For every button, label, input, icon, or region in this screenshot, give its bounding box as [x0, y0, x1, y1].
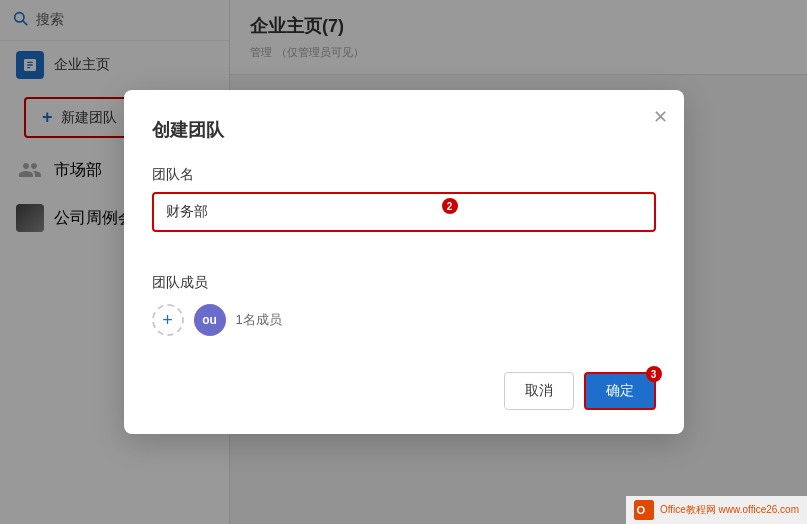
step-badge-3: 3: [646, 366, 662, 382]
add-member-button[interactable]: +: [152, 304, 184, 336]
dialog-close-button[interactable]: ✕: [653, 106, 668, 128]
dialog-title: 创建团队: [152, 118, 656, 142]
office-logo: O: [634, 500, 654, 520]
watermark-text: Office教程网 www.office26.com: [660, 503, 799, 517]
dialog-footer: 取消 确定 3: [152, 372, 656, 410]
confirm-button[interactable]: 确定 3: [584, 372, 656, 410]
step-badge-2: 2: [442, 198, 458, 214]
watermark: O Office教程网 www.office26.com: [626, 496, 807, 524]
team-name-input-wrapper: [152, 192, 656, 232]
cancel-button[interactable]: 取消: [504, 372, 574, 410]
create-team-dialog: 创建团队 ✕ 团队名 2 团队成员 + ou 1名成员 取消 确定 3: [124, 90, 684, 434]
member-avatar: ou: [194, 304, 226, 336]
svg-text:O: O: [636, 504, 645, 516]
members-row: + ou 1名成员: [152, 304, 656, 336]
team-name-input[interactable]: [154, 194, 654, 230]
members-label: 团队成员: [152, 274, 656, 292]
member-count: 1名成员: [236, 311, 282, 329]
team-name-label: 团队名: [152, 166, 656, 184]
modal-overlay: 创建团队 ✕ 团队名 2 团队成员 + ou 1名成员 取消 确定 3: [0, 0, 807, 524]
